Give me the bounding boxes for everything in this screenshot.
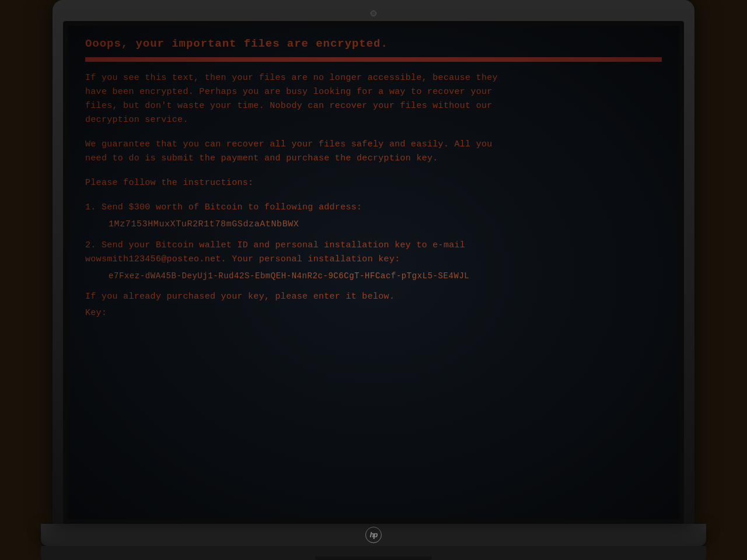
- install-key: e7Fxez-dWA45B-DeyUj1-Rud42S-EbmQEH-N4nR2…: [109, 271, 662, 281]
- instructions-header: Please follow the instructions:: [85, 176, 662, 190]
- laptop-screen: Ooops, your important files are encrypte…: [53, 0, 694, 524]
- title-text: Ooops, your important files are encrypte…: [85, 37, 662, 50]
- step2-header: 2. Send your Bitcoin wallet ID and perso…: [85, 239, 662, 267]
- screen: Ooops, your important files are encrypte…: [68, 26, 679, 519]
- paragraph2: We guarantee that you can recover all yo…: [85, 138, 662, 166]
- screen-bezel: Ooops, your important files are encrypte…: [63, 21, 684, 524]
- hp-logo: hp: [365, 527, 382, 543]
- laptop-bottom: hp: [41, 524, 706, 546]
- footer-line2: Key:: [85, 306, 662, 320]
- webcam: [371, 10, 376, 16]
- bitcoin-address: 1Mz7153HMuxXTuR2R1t78mGSdzaAtNbBWX: [109, 219, 662, 229]
- laptop-base: [41, 546, 706, 560]
- red-bar: [85, 57, 662, 62]
- step1-header: 1. Send $300 worth of Bitcoin to followi…: [85, 201, 662, 215]
- footer-line1: If you already purchased your key, pleas…: [85, 290, 662, 304]
- paragraph1: If you see this text, then your files ar…: [85, 71, 662, 127]
